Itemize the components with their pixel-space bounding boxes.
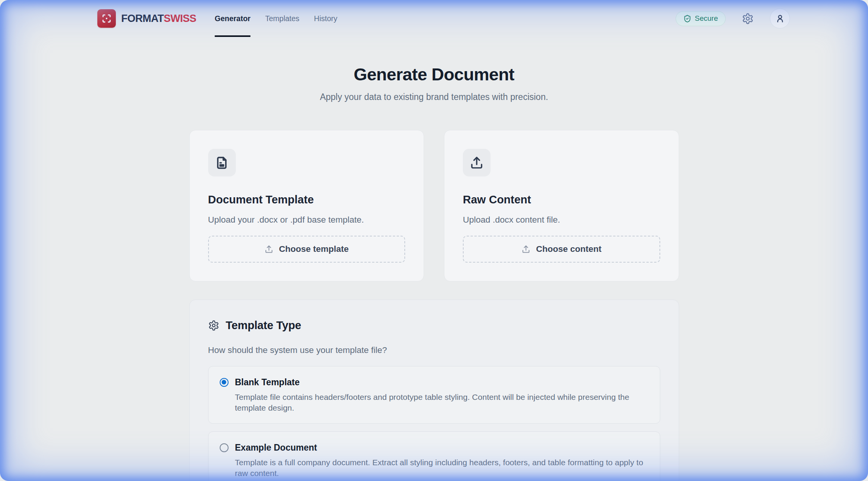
card-title: Document Template <box>208 193 406 206</box>
option-label: Blank Template <box>235 376 300 388</box>
choose-template-button[interactable]: Choose template <box>208 236 406 263</box>
shield-check-icon <box>683 15 691 23</box>
choose-template-label: Choose template <box>279 244 349 254</box>
section-title: Template Type <box>226 318 301 332</box>
radio-example-document[interactable] <box>220 443 229 452</box>
tab-generator[interactable]: Generator <box>215 0 250 37</box>
upload-icon <box>521 245 531 254</box>
radio-blank-template[interactable] <box>220 378 229 387</box>
upload-icon <box>463 149 491 176</box>
settings-button[interactable] <box>742 13 754 25</box>
card-description: Upload .docx content file. <box>463 214 660 226</box>
file-text-icon <box>208 149 236 176</box>
choose-content-button[interactable]: Choose content <box>463 236 660 263</box>
secure-status-badge: Secure <box>676 11 726 26</box>
option-description: Template file contains headers/footers a… <box>235 392 649 413</box>
page-title: Generate Document <box>0 64 868 85</box>
tab-templates[interactable]: Templates <box>265 0 299 37</box>
hero-section: Generate Document Apply your data to exi… <box>0 64 868 103</box>
option-example-document[interactable]: Example Document Template is a full comp… <box>208 431 660 481</box>
template-type-question: How should the system use your template … <box>208 345 660 356</box>
tab-history[interactable]: History <box>314 0 337 37</box>
raw-content-card: Raw Content Upload .docx content file. C… <box>444 130 679 281</box>
app-header: FORMATSWISS Generator Templates History … <box>0 0 868 37</box>
card-description: Upload your .docx or .pdf base template. <box>208 214 406 226</box>
choose-content-label: Choose content <box>536 244 601 254</box>
upload-icon <box>264 245 274 254</box>
brand-logo[interactable]: FORMATSWISS <box>97 9 196 28</box>
header-actions: Secure <box>676 8 790 28</box>
gear-icon <box>208 320 219 331</box>
document-template-card: Document Template Upload your .docx or .… <box>189 130 424 281</box>
template-type-header: Template Type <box>208 318 660 332</box>
option-label: Example Document <box>235 442 317 453</box>
user-avatar-button[interactable] <box>770 8 790 28</box>
option-description: Template is a full company document. Ext… <box>235 457 649 479</box>
main-content: Document Template Upload your .docx or .… <box>189 130 679 481</box>
main-nav: Generator Templates History <box>215 0 337 37</box>
template-type-section: Template Type How should the system use … <box>189 300 679 481</box>
card-title: Raw Content <box>463 193 660 206</box>
brand-name: FORMATSWISS <box>121 13 196 25</box>
user-icon <box>775 13 785 24</box>
secure-badge-label: Secure <box>695 14 718 23</box>
option-blank-template[interactable]: Blank Template Template file contains he… <box>208 366 660 424</box>
gear-icon <box>742 13 754 25</box>
page-subtitle: Apply your data to existing brand templa… <box>0 91 868 103</box>
upload-cards-row: Document Template Upload your .docx or .… <box>189 130 679 281</box>
template-type-options: Blank Template Template file contains he… <box>208 366 660 481</box>
focus-frame-icon <box>97 9 116 28</box>
